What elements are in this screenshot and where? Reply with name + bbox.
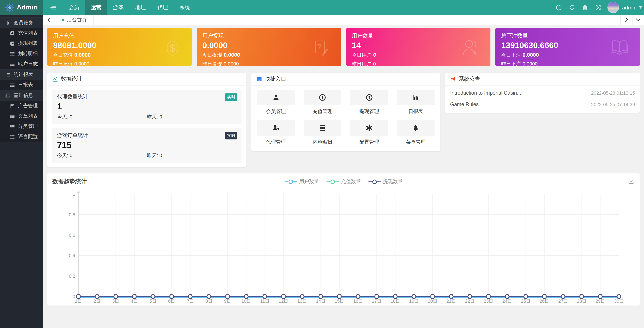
notice-item[interactable]: Introduction to Imperial Casin... 2022-0… xyxy=(445,87,640,99)
main-content: 用户充值 88081.0000 今日充值0.0000 昨日充值0.0000 $ … xyxy=(43,25,644,328)
sidebar-item-withdraw-list[interactable]: 提现列表 xyxy=(0,38,43,49)
card-today-value: 0.0000 xyxy=(74,52,91,58)
sidebar-item-language-config[interactable]: 语言配置 xyxy=(0,132,43,142)
svg-text:24日: 24日 xyxy=(502,299,512,303)
stat-today: 今天: 0 xyxy=(57,114,147,120)
sidebar-item-label: 语言配置 xyxy=(18,133,38,140)
svg-text:0.6: 0.6 xyxy=(69,233,75,238)
svg-text:1: 1 xyxy=(72,192,75,197)
list-icon xyxy=(10,114,15,119)
svg-text:2日: 2日 xyxy=(94,299,100,303)
username: admin xyxy=(622,5,636,11)
refresh-icon[interactable] xyxy=(565,0,578,15)
shortcut-content-edit[interactable]: 内容编辑 xyxy=(304,120,342,148)
file-question-icon: ? xyxy=(312,38,330,58)
chart-line-icon xyxy=(52,76,58,82)
tab-home[interactable]: 后台首页 xyxy=(55,15,94,25)
card-today-label: 今日充值 xyxy=(53,52,72,58)
stat-today: 今天: 0 xyxy=(57,152,147,159)
svg-text:1日: 1日 xyxy=(75,299,82,303)
notice-list: Introduction to Imperial Casin... 2022-0… xyxy=(445,86,640,113)
list-icon xyxy=(5,72,10,77)
card-total-bets: 总下注数量 13910630.6660 今日下注0.0000 昨日下注0.000… xyxy=(496,28,640,66)
shortcut-label: 提现管理 xyxy=(350,108,388,115)
svg-text:26日: 26日 xyxy=(540,299,549,303)
fullscreen-icon[interactable] xyxy=(592,0,605,15)
svg-text:21日: 21日 xyxy=(446,299,456,303)
nav-item-operations[interactable]: 运营 xyxy=(85,0,107,15)
tab-collapse-button[interactable] xyxy=(632,15,644,25)
hexagon-icon[interactable] xyxy=(552,0,565,15)
agent-count-stat: 代理数量统计 实时 1 今天: 0 昨天: 0 xyxy=(52,90,242,124)
sidebar-item-ad-management[interactable]: 广告管理 xyxy=(0,101,43,111)
user-menu[interactable]: admin xyxy=(622,5,642,11)
svg-text:7日: 7日 xyxy=(187,299,194,303)
svg-text:17日: 17日 xyxy=(372,299,382,303)
shortcut-menu-management[interactable]: 菜单管理 xyxy=(397,120,434,148)
tab-scroll-left-button[interactable] xyxy=(43,15,55,25)
svg-text:5日: 5日 xyxy=(150,299,156,303)
nav-item-agents[interactable]: 代理 xyxy=(152,0,174,15)
legend-label: 充值数量 xyxy=(341,178,361,185)
avatar[interactable] xyxy=(607,2,619,13)
plus-square-icon xyxy=(10,31,15,36)
notice-time: 2022-05-28 01:13:15 xyxy=(591,90,635,95)
menu-indent-icon[interactable] xyxy=(43,0,63,15)
sidebar-item-member-accounts[interactable]: B 会员账务 xyxy=(0,17,43,28)
sidebar-item-recharge-list[interactable]: 充值列表 xyxy=(0,28,43,38)
svg-text:14日: 14日 xyxy=(316,299,326,303)
notice-item[interactable]: Game Rules 2022-05-25 07:14:39 xyxy=(445,99,640,110)
card-yesterday-value: 0 xyxy=(373,61,376,66)
shortcut-member-management[interactable]: 会员管理 xyxy=(257,90,295,118)
sidebar-item-basic-info[interactable]: 基础信息 xyxy=(0,90,43,101)
svg-text:29日: 29日 xyxy=(596,299,605,303)
svg-text:22日: 22日 xyxy=(465,299,475,303)
card-today-label: 今日下注 xyxy=(501,52,521,58)
table-card-icon xyxy=(256,76,262,82)
svg-text:15日: 15日 xyxy=(335,299,344,303)
sidebar-item-category-management[interactable]: 分类管理 xyxy=(0,121,43,132)
user-icon xyxy=(272,94,280,101)
shortcut-label: 配置管理 xyxy=(350,138,388,145)
sidebar-item-label: 文章列表 xyxy=(18,113,38,120)
trash-icon[interactable] xyxy=(578,0,592,15)
shortcut-recharge-management[interactable]: 充值管理 xyxy=(304,90,342,118)
brand[interactable]: Admin xyxy=(0,0,43,15)
user-outline-icon xyxy=(460,38,480,58)
legend-recharge-count[interactable]: 充值数量 xyxy=(326,178,361,185)
shortcut-agent-management[interactable]: 代理管理 xyxy=(257,120,295,148)
card-yesterday-label: 昨日充值 xyxy=(53,61,72,66)
svg-text:16日: 16日 xyxy=(353,299,363,303)
sidebar-item-label: 基础信息 xyxy=(14,92,33,99)
download-icon[interactable] xyxy=(628,178,634,184)
legend-withdraw-count[interactable]: 提现数量 xyxy=(368,178,403,185)
realtime-badge: 实时 xyxy=(225,93,238,101)
bar-chart-icon xyxy=(412,94,420,101)
list-icon xyxy=(10,51,15,56)
book-icon xyxy=(610,39,629,57)
nav-item-games[interactable]: 游戏 xyxy=(107,0,130,15)
bullhorn-icon xyxy=(450,76,456,82)
panel-header: 系统公告 xyxy=(445,73,640,86)
shortcut-config-management[interactable]: 配置管理 xyxy=(350,120,388,148)
nav-item-system[interactable]: 系统 xyxy=(174,0,196,15)
sidebar-item-label: 提现列表 xyxy=(18,40,38,47)
sidebar-item-statistics-reports[interactable]: 统计报表 xyxy=(0,69,43,80)
sidebar-item-account-logs[interactable]: 账户日志 xyxy=(0,59,43,69)
card-yesterday-label: 昨日提现 xyxy=(202,61,222,66)
shortcut-withdraw-management[interactable]: 提现管理 xyxy=(350,90,388,118)
nav-item-members[interactable]: 会员 xyxy=(63,0,85,15)
list-icon xyxy=(10,83,15,87)
sidebar-item-transfer-details[interactable]: 划转明细 xyxy=(0,49,43,59)
nav-item-address[interactable]: 地址 xyxy=(130,0,152,15)
tab-scroll-right-button[interactable] xyxy=(620,15,632,25)
legend-user-count[interactable]: 用户数量 xyxy=(284,178,319,185)
svg-text:20日: 20日 xyxy=(428,299,438,303)
card-user-recharge: 用户充值 88081.0000 今日充值0.0000 昨日充值0.0000 $ xyxy=(47,28,192,66)
panel-title: 数据统计 xyxy=(61,75,82,83)
sidebar-item-daily-report[interactable]: 日报表 xyxy=(0,80,43,90)
shortcut-daily-report[interactable]: 日报表 xyxy=(397,90,434,118)
sidebar: B 会员账务 充值列表 提现列表 xyxy=(0,15,43,328)
sidebar-item-article-list[interactable]: 文章列表 xyxy=(0,111,43,121)
shortcut-label: 日报表 xyxy=(397,108,434,115)
